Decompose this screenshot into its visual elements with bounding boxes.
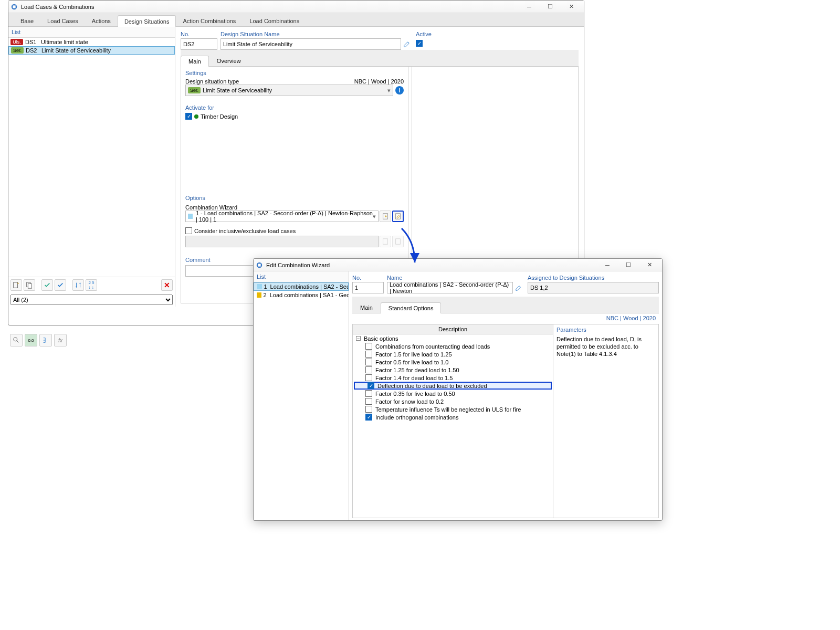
wizard-list-item[interactable]: 2Load combinations | SA1 - Geometr <box>254 291 349 299</box>
sort-button[interactable] <box>72 279 84 291</box>
description-header: Description <box>353 324 553 334</box>
wizard-title: Edit Combination Wizard <box>266 262 597 268</box>
activate-for-label: Activate for <box>185 104 404 111</box>
option-checkbox[interactable] <box>365 351 372 358</box>
copy-button[interactable] <box>24 279 35 291</box>
option-row[interactable]: Factor 0.5 for live load to 1.0 <box>353 358 553 366</box>
incl-new-button <box>380 236 391 247</box>
tab-actions[interactable]: Actions <box>85 15 118 26</box>
ds-list-item[interactable]: Uls.DS1Ultimate limit state <box>8 38 175 46</box>
code-label: NBC | Wood | 2020 <box>354 78 404 85</box>
wiz-edit-name-button[interactable] <box>513 282 524 293</box>
wizard-list-item[interactable]: 1Load combinations | SA2 - Second- <box>254 282 349 291</box>
wizard-new-button[interactable] <box>380 211 391 222</box>
tree-button[interactable] <box>39 334 52 346</box>
no-field[interactable]: DS2 <box>181 38 217 50</box>
option-checkbox[interactable] <box>365 398 372 405</box>
list-filter: All (2) <box>8 293 175 307</box>
list-toolbar: 2 5↓ ↓ ✕ <box>8 277 175 293</box>
ds-list-item[interactable]: Ser.DS2Limit State of Serviceability <box>8 46 175 55</box>
wizard-edit-button[interactable] <box>392 211 404 222</box>
wiz-close-button[interactable]: ✕ <box>639 259 660 271</box>
wizard-dropdown[interactable]: 1 - Load combinations | SA2 - Second-ord… <box>185 211 379 222</box>
tab-action-combinations[interactable]: Action Combinations <box>176 15 243 26</box>
main-tabs: BaseLoad CasesActionsDesign SituationsAc… <box>8 13 584 27</box>
option-checkbox[interactable] <box>365 406 372 413</box>
wizard-params-panel: Parameters Deflection due to dead load, … <box>553 324 658 518</box>
wiz-no-label: No. <box>352 274 384 282</box>
wiz-no-field[interactable]: 1 <box>352 282 384 293</box>
option-checkbox[interactable] <box>365 374 372 381</box>
tab-load-cases[interactable]: Load Cases <box>40 15 85 26</box>
svg-rect-1 <box>13 5 15 8</box>
wiz-name-field[interactable]: Load combinations | SA2 - Second-order (… <box>387 282 513 293</box>
wiz-subtab-standard-options[interactable]: Standard Options <box>381 302 442 313</box>
check-button[interactable] <box>41 279 53 291</box>
units-button[interactable]: 0.0 <box>25 334 37 346</box>
delete-button[interactable]: ✕ <box>161 279 173 291</box>
tab-design-situations[interactable]: Design Situations <box>118 15 176 27</box>
option-checkbox[interactable]: ✓ <box>368 382 374 389</box>
minimize-button[interactable]: ─ <box>519 1 540 13</box>
renumber-button[interactable]: 2 5↓ ↓ <box>86 279 97 291</box>
search-button[interactable] <box>10 334 23 346</box>
wizard-window: Edit Combination Wizard ─ ☐ ✕ List 1Load… <box>253 258 663 521</box>
svg-rect-2 <box>14 282 18 288</box>
option-row[interactable]: Temperature influence Ts will be neglect… <box>353 405 553 413</box>
tab-load-combinations[interactable]: Load Combinations <box>243 15 306 26</box>
new-button[interactable] <box>10 279 22 291</box>
option-checkbox[interactable]: ✓ <box>365 414 372 421</box>
subtab-overview[interactable]: Overview <box>209 55 249 66</box>
option-checkbox[interactable] <box>365 390 372 397</box>
ds-type-dropdown[interactable]: Ser. Limit State of Serviceability ▾ <box>185 85 393 96</box>
ds-type-label: Design situation type <box>185 78 239 85</box>
annotation-arrow <box>399 226 430 269</box>
maximize-button[interactable]: ☐ <box>540 1 561 13</box>
option-row[interactable]: Factor 1.5 for live load to 1.25 <box>353 350 553 358</box>
option-row[interactable]: Factor for snow load to 0.2 <box>353 397 553 405</box>
consider-checkbox[interactable] <box>185 227 192 234</box>
app-bottom-toolbar: 0.0 fx <box>8 332 69 349</box>
params-label: Parameters <box>556 327 655 333</box>
subtab-main[interactable]: Main <box>181 56 209 67</box>
filter-dropdown[interactable]: All (2) <box>10 295 173 305</box>
option-checkbox[interactable] <box>365 359 372 365</box>
option-row[interactable]: Factor 1.25 for dead load to 1.50 <box>353 366 553 374</box>
ds-name-field[interactable]: Limit State of Serviceability <box>220 38 401 50</box>
fx-button[interactable]: fx <box>54 334 67 346</box>
option-row[interactable]: Factor 0.35 for live load to 0.50 <box>353 390 553 397</box>
wizard-list-header: List <box>254 271 349 282</box>
option-checkbox[interactable] <box>365 343 372 350</box>
option-row[interactable]: ✓Include orthogonal combinations <box>353 413 553 421</box>
wizard-list-panel: List 1Load combinations | SA2 - Second-2… <box>254 271 349 520</box>
svg-rect-7 <box>383 239 388 245</box>
close-button[interactable]: ✕ <box>561 1 582 13</box>
options-label: Options <box>185 195 404 201</box>
params-text: Deflection due to dead load, D, is permi… <box>556 336 655 358</box>
option-row[interactable]: Factor 1.4 for dead load to 1.5 <box>353 374 553 382</box>
svg-point-9 <box>14 338 17 341</box>
wiz-assigned-label: Assigned to Design Situations <box>528 274 659 282</box>
tab-base[interactable]: Base <box>14 15 40 26</box>
titlebar: Load Cases & Combinations ─ ☐ ✕ <box>8 1 584 13</box>
check2-button[interactable] <box>55 279 66 291</box>
wiz-maximize-button[interactable]: ☐ <box>618 259 639 271</box>
active-checkbox[interactable]: ✓ <box>416 40 423 47</box>
active-label: Active <box>416 30 579 38</box>
wiz-minimize-button[interactable]: ─ <box>597 259 618 271</box>
wiz-assigned-field: DS 1,2 <box>528 282 659 293</box>
option-row[interactable]: Combinations from counteracting dead loa… <box>353 342 553 350</box>
settings-label: Settings <box>185 70 404 76</box>
option-row[interactable]: ✓Deflection due to dead load to be exclu… <box>354 382 552 390</box>
app-icon <box>256 261 263 269</box>
info-icon[interactable]: i <box>395 86 404 94</box>
wiz-subtab-main[interactable]: Main <box>352 302 381 313</box>
timber-checkbox[interactable]: ✓ <box>185 113 192 120</box>
svg-rect-11 <box>258 264 260 266</box>
option-checkbox[interactable] <box>365 366 372 373</box>
edit-name-button[interactable] <box>401 38 413 50</box>
app-icon <box>10 3 18 10</box>
basic-options-node[interactable]: − Basic options <box>353 334 553 342</box>
detail-subtabs: MainOverview <box>181 55 579 67</box>
wizard-titlebar: Edit Combination Wizard ─ ☐ ✕ <box>254 259 662 271</box>
